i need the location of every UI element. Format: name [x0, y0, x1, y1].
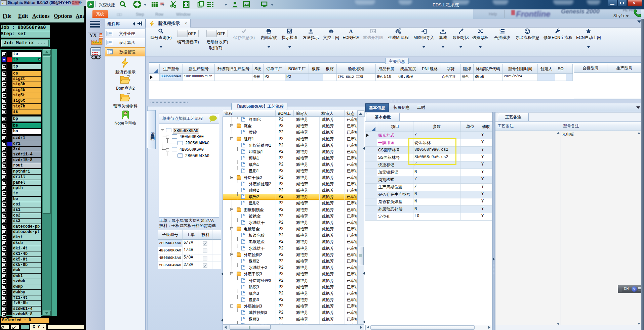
svg-text:3: 3	[499, 32, 501, 34]
svg-text:A: A	[349, 29, 353, 34]
